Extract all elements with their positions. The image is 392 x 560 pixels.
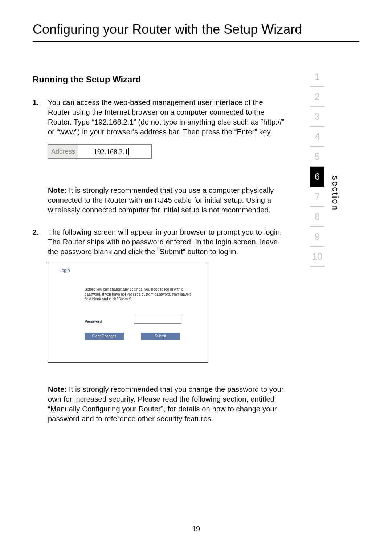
section-nav-9[interactable]: 9	[310, 227, 324, 247]
section-nav-10[interactable]: 10	[310, 247, 324, 267]
note-1-label: Note:	[48, 186, 67, 194]
step-1-text: You can access the web-based management …	[48, 98, 287, 137]
section-nav-5[interactable]: 5	[310, 147, 324, 167]
login-desc-line1: Before you can change any settings, you …	[85, 287, 183, 291]
page-number: 19	[0, 525, 392, 533]
subheading: Running the Setup Wizard	[33, 74, 287, 85]
section-nav-6[interactable]: 6	[310, 167, 324, 187]
submit-button[interactable]: Submit	[141, 333, 180, 340]
section-nav: 1 2 3 4 5 6 7 8 9 10	[310, 67, 324, 267]
step-2-text: The following screen will appear in your…	[48, 227, 287, 257]
clear-changes-button[interactable]: Clear Changes	[85, 333, 124, 340]
section-nav-3[interactable]: 3	[310, 107, 324, 127]
login-desc-line2: password. If you have not yet set a cust…	[85, 292, 191, 296]
login-description: Before you can change any settings, you …	[85, 287, 209, 302]
section-nav-8[interactable]: 8	[310, 207, 324, 227]
note-2: Note: It is strongly recommended that yo…	[48, 385, 287, 424]
step-2-number: 2.	[33, 227, 48, 257]
note-2-label: Note:	[48, 385, 67, 393]
section-nav-7[interactable]: 7	[310, 187, 324, 207]
note-1: Note: It is strongly recommended that yo…	[48, 186, 287, 215]
password-label: Password	[85, 320, 102, 324]
page-title: Configuring your Router with the Setup W…	[33, 22, 359, 37]
content-column: Running the Setup Wizard 1. You can acce…	[33, 74, 287, 424]
step-1-number: 1.	[33, 98, 48, 137]
note-1-text: It is strongly recommended that you use …	[48, 186, 274, 214]
step-2: 2. The following screen will appear in y…	[33, 227, 287, 257]
section-label: section	[330, 176, 340, 211]
login-desc-line3: field blank and click "Submit".	[85, 297, 132, 301]
section-nav-4[interactable]: 4	[310, 127, 324, 147]
address-bar-label: Address	[48, 145, 78, 158]
login-screenshot: Login Before you can change any settings…	[48, 262, 208, 363]
address-bar: Address 192.168.2.1	[48, 144, 152, 159]
step-1: 1. You can access the web-based manageme…	[33, 98, 287, 137]
login-heading: Login	[59, 268, 70, 273]
section-nav-1[interactable]: 1	[310, 67, 324, 87]
section-nav-2[interactable]: 2	[310, 87, 324, 107]
title-rule	[33, 41, 359, 42]
password-input[interactable]	[134, 315, 181, 324]
address-bar-value[interactable]: 192.168.2.1	[78, 145, 132, 158]
note-2-text: It is strongly recommended that you chan…	[48, 385, 284, 423]
